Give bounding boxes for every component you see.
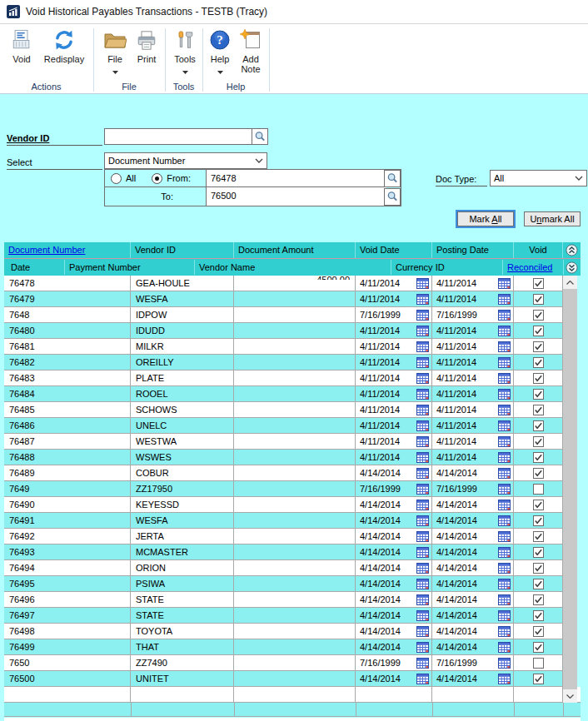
scrollbar-down-arrow[interactable]	[563, 689, 577, 703]
calendar-icon[interactable]	[498, 579, 511, 589]
from-lookup-button[interactable]	[384, 170, 401, 187]
void-checkbox[interactable]	[533, 547, 544, 558]
add-note-button[interactable]: Add Note	[237, 28, 265, 74]
void-checkbox[interactable]	[533, 674, 544, 684]
table-row[interactable]: 76488 WSWES 4/11/2014 4/11/2014	[4, 450, 563, 465]
calendar-icon[interactable]	[416, 515, 429, 526]
table-row[interactable]: 7649 ZZ17950 7/16/1999 7/16/1999	[4, 481, 563, 497]
calendar-icon[interactable]	[416, 500, 429, 510]
void-checkbox[interactable]	[533, 610, 544, 621]
table-row[interactable]: 76479 WESFA 4/11/2014 4/11/2014	[4, 291, 563, 307]
calendar-icon[interactable]	[416, 642, 429, 653]
radio-all[interactable]	[111, 173, 122, 184]
calendar-icon[interactable]	[498, 484, 511, 495]
void-checkbox[interactable]	[533, 579, 544, 589]
table-row[interactable]: 76484 ROOEL 4/11/2014 4/11/2014	[4, 386, 563, 402]
vendor-id-label[interactable]: Vendor ID	[7, 132, 102, 146]
calendar-icon[interactable]	[416, 341, 429, 352]
from-input[interactable]: 76478	[206, 170, 386, 186]
help-button[interactable]: ? Help	[206, 28, 234, 76]
doc-type-dropdown[interactable]: All	[490, 170, 587, 186]
calendar-icon[interactable]	[416, 278, 429, 289]
calendar-icon[interactable]	[416, 405, 429, 415]
calendar-icon[interactable]	[498, 278, 511, 289]
table-row[interactable]: 76494 ORION 4/14/2014 4/14/2014	[4, 560, 563, 576]
void-checkbox[interactable]	[533, 658, 544, 669]
calendar-icon[interactable]	[498, 468, 511, 479]
calendar-icon[interactable]	[416, 658, 429, 669]
table-row[interactable]: 76500 UNITET 4/14/2014 4/14/2014	[4, 671, 563, 687]
void-checkbox[interactable]	[533, 278, 544, 289]
calendar-icon[interactable]	[498, 326, 511, 336]
void-button[interactable]: Void	[5, 28, 38, 64]
header-reconciled[interactable]: Reconciled	[507, 261, 552, 274]
to-input[interactable]: 76500	[206, 187, 386, 206]
void-checkbox[interactable]	[533, 294, 544, 305]
header-document-number[interactable]: Document Number	[8, 245, 85, 255]
calendar-icon[interactable]	[498, 373, 511, 384]
table-row[interactable]: 76485 SCHOWS 4/11/2014 4/11/2014	[4, 402, 563, 418]
calendar-icon[interactable]	[498, 452, 511, 463]
calendar-icon[interactable]	[498, 357, 511, 368]
tools-button[interactable]: Tools	[170, 28, 200, 76]
to-lookup-button[interactable]	[384, 188, 401, 206]
void-checkbox[interactable]	[533, 500, 544, 510]
void-checkbox[interactable]	[533, 341, 544, 352]
table-row[interactable]: 76495 PSIWA 4/14/2014 4/14/2014	[4, 576, 563, 592]
calendar-icon[interactable]	[498, 389, 511, 400]
select-dropdown[interactable]: Document Number	[104, 152, 267, 169]
table-row[interactable]: 76483 PLATE 4/11/2014 4/11/2014	[4, 370, 563, 386]
calendar-icon[interactable]	[498, 436, 511, 447]
calendar-icon[interactable]	[498, 341, 511, 352]
void-checkbox[interactable]	[533, 563, 544, 574]
void-checkbox[interactable]	[533, 310, 544, 321]
table-row[interactable]: 76489 COBUR 4/14/2014 4/14/2014	[4, 465, 563, 481]
void-checkbox[interactable]	[533, 326, 544, 336]
calendar-icon[interactable]	[498, 294, 511, 305]
void-checkbox[interactable]	[533, 642, 544, 653]
file-button[interactable]: File	[100, 28, 130, 76]
calendar-icon[interactable]	[416, 563, 429, 574]
calendar-icon[interactable]	[416, 594, 429, 605]
table-row[interactable]: 76482 OREILLY 4/11/2014 4/11/201	[4, 355, 563, 370]
calendar-icon[interactable]	[416, 579, 429, 589]
table-row[interactable]: 76498 TOYOTA 4/14/2014 4/14/2014	[4, 624, 563, 639]
mark-all-button[interactable]: Mark All	[457, 211, 514, 226]
table-row[interactable]: 76478 GEA-HOULE 4500.00 4/11/2014	[4, 276, 563, 291]
table-row[interactable]: 76487 WESTWA 4/11/2014 4/11/2014	[4, 434, 563, 450]
calendar-icon[interactable]	[498, 405, 511, 415]
calendar-icon[interactable]	[416, 357, 429, 368]
calendar-icon[interactable]	[416, 389, 429, 400]
calendar-icon[interactable]	[416, 547, 429, 558]
table-row[interactable]: 76486 UNELC 4/11/2014 4/11/2014	[4, 418, 563, 434]
calendar-icon[interactable]	[416, 326, 429, 336]
calendar-icon[interactable]	[498, 626, 511, 637]
void-checkbox[interactable]	[533, 626, 544, 637]
void-checkbox[interactable]	[533, 452, 544, 463]
radio-from[interactable]	[152, 173, 162, 184]
void-checkbox[interactable]	[533, 594, 544, 605]
calendar-icon[interactable]	[416, 674, 429, 684]
void-checkbox[interactable]	[533, 420, 544, 431]
void-checkbox[interactable]	[533, 389, 544, 400]
scrollbar-up-arrow[interactable]	[563, 276, 577, 289]
void-checkbox[interactable]	[533, 436, 544, 447]
table-row[interactable]: 76492 JERTA 4/14/2014 4/14/2014	[4, 529, 563, 544]
void-checkbox[interactable]	[533, 405, 544, 415]
table-row[interactable]: 76499 THAT 4/14/2014 4/14/2014	[4, 639, 563, 655]
table-row[interactable]: 76490 KEYESSD 4/14/2014 4/14/201	[4, 497, 563, 513]
calendar-icon[interactable]	[416, 452, 429, 463]
void-checkbox[interactable]	[533, 484, 544, 495]
calendar-icon[interactable]	[416, 484, 429, 495]
void-checkbox[interactable]	[533, 468, 544, 479]
calendar-icon[interactable]	[416, 531, 429, 542]
calendar-icon[interactable]	[498, 310, 511, 321]
table-row[interactable]: 76496 STATE 4/14/2014 4/14/2014	[4, 592, 563, 608]
void-checkbox[interactable]	[533, 357, 544, 368]
calendar-icon[interactable]	[416, 373, 429, 384]
calendar-icon[interactable]	[416, 420, 429, 431]
void-checkbox[interactable]	[533, 515, 544, 526]
vendor-id-lookup-button[interactable]	[252, 128, 268, 145]
vendor-id-input[interactable]	[104, 128, 252, 145]
unmark-all-button[interactable]: Unmark All	[524, 211, 581, 226]
